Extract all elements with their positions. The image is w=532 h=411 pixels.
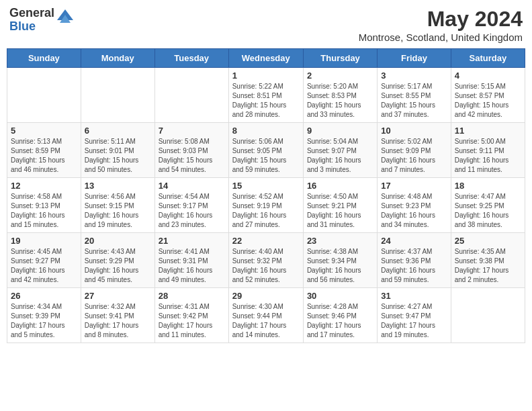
calendar-day-cell: 6Sunrise: 5:11 AM Sunset: 9:01 PM Daylig… [81,123,154,178]
calendar-day-cell: 28Sunrise: 4:31 AM Sunset: 9:42 PM Dayli… [154,288,228,343]
page-header: General Blue May 2024 Montrose, Scotland… [7,7,525,43]
logo-general: General [9,7,54,20]
calendar-week-row: 26Sunrise: 4:34 AM Sunset: 9:39 PM Dayli… [7,288,525,343]
calendar-week-row: 5Sunrise: 5:13 AM Sunset: 8:59 PM Daylig… [7,123,525,178]
day-number: 26 [11,291,77,301]
calendar-week-row: 12Sunrise: 4:58 AM Sunset: 9:13 PM Dayli… [7,178,525,233]
day-number: 1 [232,71,300,81]
day-number: 8 [232,126,300,136]
day-info: Sunrise: 5:11 AM Sunset: 9:01 PM Dayligh… [85,137,151,175]
day-number: 6 [85,126,151,136]
day-number: 15 [232,181,300,191]
calendar-day-cell: 18Sunrise: 4:47 AM Sunset: 9:25 PM Dayli… [451,178,525,233]
location: Montrose, Scotland, United Kingdom [359,32,523,43]
day-info: Sunrise: 5:22 AM Sunset: 8:51 PM Dayligh… [232,82,300,120]
day-info: Sunrise: 5:13 AM Sunset: 8:59 PM Dayligh… [11,137,77,175]
calendar-day-cell: 12Sunrise: 4:58 AM Sunset: 9:13 PM Dayli… [7,178,81,233]
day-info: Sunrise: 4:32 AM Sunset: 9:41 PM Dayligh… [85,302,151,340]
day-number: 16 [307,181,373,191]
day-info: Sunrise: 4:37 AM Sunset: 9:36 PM Dayligh… [381,247,447,285]
calendar-day-cell: 17Sunrise: 4:48 AM Sunset: 9:23 PM Dayli… [378,178,451,233]
logo: General Blue [9,7,73,34]
day-info: Sunrise: 4:54 AM Sunset: 9:17 PM Dayligh… [159,192,225,230]
day-info: Sunrise: 4:47 AM Sunset: 9:25 PM Dayligh… [455,192,521,230]
day-number: 25 [455,236,521,246]
day-number: 23 [307,236,373,246]
calendar-day-cell: 16Sunrise: 4:50 AM Sunset: 9:21 PM Dayli… [303,178,377,233]
calendar-day-cell: 11Sunrise: 5:00 AM Sunset: 9:11 PM Dayli… [451,123,525,178]
day-number: 3 [381,71,447,81]
calendar-day-cell: 31Sunrise: 4:27 AM Sunset: 9:47 PM Dayli… [378,288,451,343]
calendar-day-cell: 29Sunrise: 4:30 AM Sunset: 9:44 PM Dayli… [228,288,303,343]
calendar-day-cell: 3Sunrise: 5:17 AM Sunset: 8:55 PM Daylig… [378,68,451,123]
calendar-day-cell: 20Sunrise: 4:43 AM Sunset: 9:29 PM Dayli… [81,233,154,288]
calendar-day-cell: 27Sunrise: 4:32 AM Sunset: 9:41 PM Dayli… [81,288,154,343]
day-info: Sunrise: 4:34 AM Sunset: 9:39 PM Dayligh… [11,302,77,340]
day-of-week-header: Sunday [7,49,81,68]
day-number: 5 [11,126,77,136]
calendar-day-cell: 24Sunrise: 4:37 AM Sunset: 9:36 PM Dayli… [378,233,451,288]
day-number: 12 [11,181,77,191]
day-info: Sunrise: 4:28 AM Sunset: 9:46 PM Dayligh… [307,302,373,340]
calendar-day-cell: 1Sunrise: 5:22 AM Sunset: 8:51 PM Daylig… [228,68,303,123]
day-number: 28 [159,291,225,301]
day-info: Sunrise: 5:00 AM Sunset: 9:11 PM Dayligh… [455,137,521,175]
day-number: 22 [232,236,300,246]
day-number: 21 [159,236,225,246]
calendar-day-cell: 7Sunrise: 5:08 AM Sunset: 9:03 PM Daylig… [154,123,228,178]
day-number: 10 [381,126,447,136]
calendar-day-cell: 30Sunrise: 4:28 AM Sunset: 9:46 PM Dayli… [303,288,377,343]
day-info: Sunrise: 5:20 AM Sunset: 8:53 PM Dayligh… [307,82,373,120]
calendar-week-row: 1Sunrise: 5:22 AM Sunset: 8:51 PM Daylig… [7,68,525,123]
day-number: 9 [307,126,373,136]
day-info: Sunrise: 5:06 AM Sunset: 9:05 PM Dayligh… [232,137,300,175]
day-of-week-header: Tuesday [154,49,228,68]
day-number: 18 [455,181,521,191]
calendar-day-cell: 10Sunrise: 5:02 AM Sunset: 9:09 PM Dayli… [378,123,451,178]
day-number: 2 [307,71,373,81]
day-number: 24 [381,236,447,246]
day-info: Sunrise: 4:43 AM Sunset: 9:29 PM Dayligh… [85,247,151,285]
day-info: Sunrise: 5:17 AM Sunset: 8:55 PM Dayligh… [381,82,447,120]
calendar-day-cell: 9Sunrise: 5:04 AM Sunset: 9:07 PM Daylig… [303,123,377,178]
day-info: Sunrise: 4:50 AM Sunset: 9:21 PM Dayligh… [307,192,373,230]
day-number: 31 [381,291,447,301]
day-info: Sunrise: 4:56 AM Sunset: 9:15 PM Dayligh… [85,192,151,230]
day-number: 17 [381,181,447,191]
day-info: Sunrise: 4:40 AM Sunset: 9:32 PM Dayligh… [232,247,300,285]
calendar-day-cell [451,288,525,343]
day-number: 19 [11,236,77,246]
calendar-table: SundayMondayTuesdayWednesdayThursdayFrid… [7,48,525,343]
day-number: 30 [307,291,373,301]
day-info: Sunrise: 4:48 AM Sunset: 9:23 PM Dayligh… [381,192,447,230]
calendar-day-cell: 8Sunrise: 5:06 AM Sunset: 9:05 PM Daylig… [228,123,303,178]
day-info: Sunrise: 4:58 AM Sunset: 9:13 PM Dayligh… [11,192,77,230]
calendar-day-cell: 25Sunrise: 4:35 AM Sunset: 9:38 PM Dayli… [451,233,525,288]
day-of-week-header: Saturday [451,49,525,68]
calendar-day-cell [7,68,81,123]
day-info: Sunrise: 5:04 AM Sunset: 9:07 PM Dayligh… [307,137,373,175]
calendar-day-cell: 19Sunrise: 4:45 AM Sunset: 9:27 PM Dayli… [7,233,81,288]
calendar-header-row: SundayMondayTuesdayWednesdayThursdayFrid… [7,49,525,68]
logo-blue: Blue [9,20,54,34]
day-number: 4 [455,71,521,81]
day-info: Sunrise: 4:30 AM Sunset: 9:44 PM Dayligh… [232,302,300,340]
calendar-day-cell: 26Sunrise: 4:34 AM Sunset: 9:39 PM Dayli… [7,288,81,343]
day-number: 27 [85,291,151,301]
calendar-day-cell: 5Sunrise: 5:13 AM Sunset: 8:59 PM Daylig… [7,123,81,178]
day-number: 13 [85,181,151,191]
day-of-week-header: Monday [81,49,154,68]
day-of-week-header: Friday [378,49,451,68]
day-info: Sunrise: 4:31 AM Sunset: 9:42 PM Dayligh… [159,302,225,340]
day-info: Sunrise: 4:27 AM Sunset: 9:47 PM Dayligh… [381,302,447,340]
day-of-week-header: Thursday [303,49,377,68]
day-info: Sunrise: 5:15 AM Sunset: 8:57 PM Dayligh… [455,82,521,120]
day-number: 14 [159,181,225,191]
day-info: Sunrise: 5:08 AM Sunset: 9:03 PM Dayligh… [159,137,225,175]
calendar-week-row: 19Sunrise: 4:45 AM Sunset: 9:27 PM Dayli… [7,233,525,288]
logo-text: General Blue [9,7,54,34]
day-number: 20 [85,236,151,246]
month-year: May 2024 [359,7,523,32]
day-info: Sunrise: 5:02 AM Sunset: 9:09 PM Dayligh… [381,137,447,175]
day-number: 11 [455,126,521,136]
